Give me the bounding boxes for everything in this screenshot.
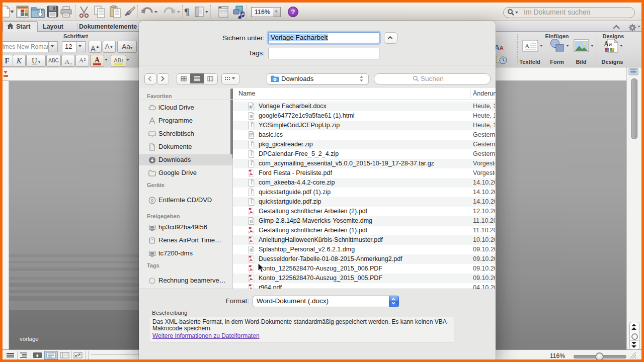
svg-text:Aa: Aa (604, 40, 612, 48)
svg-text:A: A (525, 42, 530, 50)
